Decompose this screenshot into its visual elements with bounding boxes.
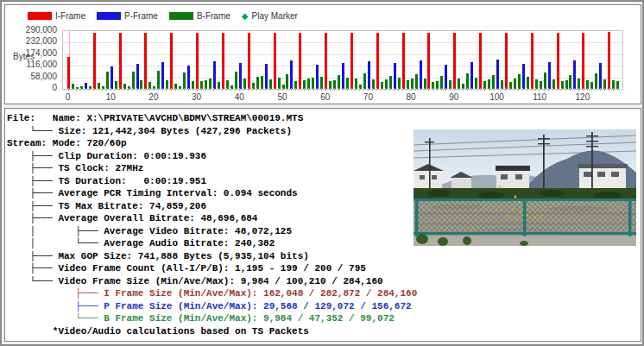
tree-line: File: Name: X:\PRIVATE\AVCHD\BDMV\STREAM…: [7, 112, 417, 125]
x-minor-tick: [89, 88, 90, 91]
x-minor-tick: [317, 88, 318, 91]
x-minor-tick: [415, 88, 416, 91]
i-frame-bar: [531, 33, 534, 89]
legend-label: I-Frame: [55, 11, 85, 21]
x-tick-label: 20: [141, 92, 167, 102]
x-minor-tick: [201, 88, 202, 91]
legend-item-p-frame: P-Frame: [97, 11, 158, 21]
x-minor-tick: [552, 88, 553, 91]
x-minor-tick: [484, 88, 485, 91]
p-frame-bar: [342, 63, 344, 89]
x-minor-tick: [489, 88, 489, 91]
b-frame-bar: [595, 73, 597, 89]
tree-line: ├─── Average PCR Timing Interval: 0.094 …: [7, 187, 417, 200]
x-minor-tick: [128, 88, 129, 91]
x-minor-tick: [235, 88, 236, 91]
x-minor-tick: [93, 88, 94, 91]
x-minor-tick: [518, 88, 519, 91]
video-preview-image[interactable]: [414, 129, 636, 246]
i-frame-swatch-icon: [28, 12, 52, 20]
p-frame-bar: [394, 63, 396, 89]
x-minor-tick: [197, 88, 198, 91]
x-minor-tick: [522, 88, 523, 91]
x-minor-tick: [385, 88, 386, 91]
y-tick-label: 290,000: [12, 25, 57, 35]
x-minor-tick: [574, 88, 575, 91]
i-frame-bar: [325, 33, 327, 89]
x-minor-tick: [193, 88, 193, 91]
x-minor-tick: [613, 88, 614, 91]
x-minor-tick: [497, 88, 498, 91]
p-frame-bar: [187, 66, 190, 89]
x-minor-tick: [205, 88, 206, 91]
i-frame-bar: [144, 33, 147, 89]
x-minor-tick: [325, 88, 326, 91]
b-frame-bar: [132, 72, 135, 89]
x-minor-tick: [432, 88, 433, 91]
x-minor-tick: [274, 88, 275, 91]
x-minor-tick: [167, 88, 167, 91]
x-minor-tick: [287, 88, 287, 91]
x-minor-tick: [85, 88, 85, 91]
x-minor-tick: [175, 88, 176, 91]
x-minor-tick: [291, 88, 292, 91]
analyzer-window: I-FrameP-FrameB-Frame◆Play Marker Bytes …: [0, 0, 644, 346]
y-tick-label: 232,000: [12, 36, 57, 46]
p-frame-bar: [110, 66, 113, 89]
x-minor-tick: [411, 88, 412, 91]
x-minor-tick: [458, 88, 459, 91]
x-minor-tick: [381, 88, 382, 91]
x-minor-tick: [372, 88, 373, 91]
x-minor-tick: [471, 88, 472, 91]
x-minor-tick: [222, 88, 223, 91]
i-frame-bar: [222, 33, 224, 89]
x-minor-tick: [398, 88, 399, 91]
legend-item-play-marker: ◆Play Marker: [242, 11, 298, 21]
x-minor-tick: [308, 88, 309, 91]
x-minor-tick: [376, 88, 377, 91]
i-frame-bar: [427, 33, 430, 89]
p-frame-bar: [316, 65, 319, 89]
b-frame-bar: [261, 76, 263, 89]
x-minor-tick: [102, 88, 103, 91]
x-tick-label: 90: [441, 92, 467, 102]
x-minor-tick: [269, 88, 270, 91]
x-tick-label: 0: [55, 92, 81, 102]
x-tick-label: 70: [355, 92, 381, 102]
i-frame-bar: [248, 33, 250, 89]
x-minor-tick: [441, 88, 442, 91]
x-tick-label: 110: [527, 92, 552, 102]
x-minor-tick: [115, 88, 116, 91]
y-tick-label: 58,000: [12, 72, 57, 81]
i-frame-bar: [402, 33, 405, 89]
x-minor-tick: [158, 88, 159, 91]
i-frame-bar: [119, 33, 122, 89]
tree-line: ├─── Max GOP Size: 741,888 Bytes (5,935,…: [7, 250, 417, 263]
x-minor-tick: [338, 88, 339, 91]
b-frame-bar: [256, 77, 259, 89]
b-frame-bar: [415, 74, 418, 89]
x-minor-tick: [68, 88, 69, 91]
b-frame-bar: [338, 75, 340, 89]
tree-line: ├─── TS Max Bitrate: 74,859,206: [7, 200, 417, 213]
tree-line: │ └─── Average Audio Bitrate: 240,382: [7, 237, 417, 250]
x-tick-label: 10: [98, 92, 123, 102]
x-minor-tick: [600, 88, 601, 91]
x-minor-tick: [188, 88, 189, 91]
x-minor-tick: [261, 88, 262, 91]
x-minor-tick: [226, 88, 227, 91]
plot-area[interactable]: [62, 30, 623, 90]
tree-line: │ ├─── Average Video Bitrate: 48,072,125: [7, 225, 417, 238]
stream-info-panel: File: Name: X:\PRIVATE\AVCHD\BDMV\STREAM…: [4, 108, 641, 342]
b-frame-bar: [286, 74, 288, 89]
i-frame-bar: [453, 33, 456, 89]
y-tick-label: 116,000: [12, 60, 57, 69]
p-frame-bar: [599, 63, 602, 89]
x-minor-tick: [98, 88, 98, 91]
x-minor-tick: [300, 88, 300, 91]
x-minor-tick: [141, 88, 142, 91]
tree-line: ├─── TS Clock: 27MHz: [7, 162, 417, 175]
x-minor-tick: [420, 88, 420, 91]
p-frame-bar: [420, 60, 422, 89]
b-frame-bar: [320, 77, 323, 89]
